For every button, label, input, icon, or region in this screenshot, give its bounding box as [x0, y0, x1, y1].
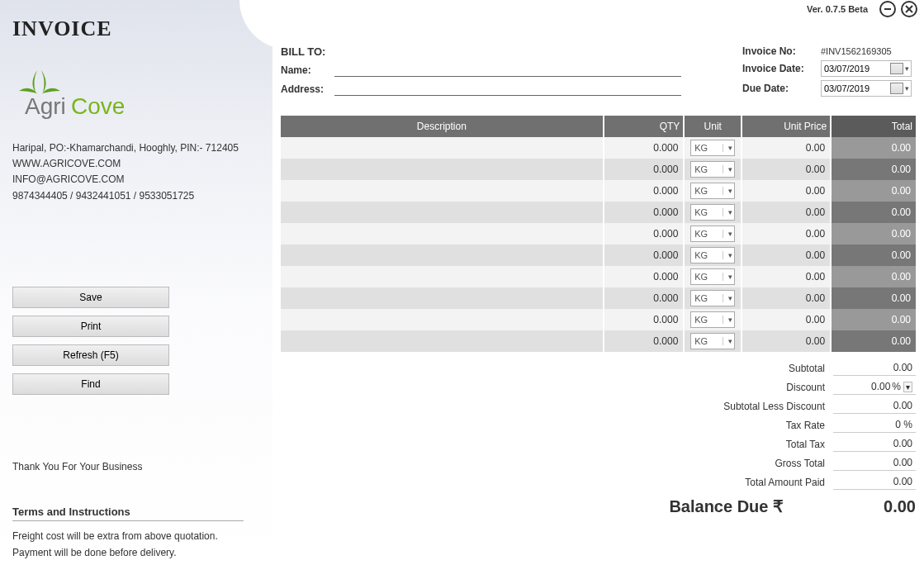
chevron-down-icon[interactable]: ▾	[903, 84, 911, 93]
qty-cell[interactable]: 0.000	[604, 202, 685, 223]
qty-cell[interactable]: 0.000	[604, 180, 685, 202]
paid-value[interactable]: 0.00	[833, 474, 916, 490]
due-date-input[interactable]	[822, 83, 886, 93]
due-date-picker[interactable]: ▾	[821, 80, 912, 97]
find-button[interactable]: Find	[12, 373, 169, 395]
name-input[interactable]	[334, 63, 681, 77]
close-icon[interactable]	[901, 1, 917, 17]
price-cell[interactable]: 0.00	[742, 266, 831, 287]
balance-due-value: 0.00	[833, 497, 916, 516]
unit-select[interactable]: KG▾	[690, 204, 735, 221]
taxrate-value[interactable]: 0 %	[833, 417, 916, 433]
subtotal-value: 0.00	[833, 360, 916, 376]
company-phones: 9874344405 / 9432441051 / 9533051725	[12, 188, 260, 204]
unit-select[interactable]: KG▾	[690, 226, 735, 242]
calendar-icon[interactable]	[890, 63, 903, 74]
unit-select[interactable]: KG▾	[690, 268, 735, 285]
subtotal-less-label: Subtotal Less Discount	[723, 401, 833, 412]
price-cell[interactable]: 0.00	[742, 309, 831, 330]
address-input[interactable]	[334, 82, 681, 96]
qty-cell[interactable]: 0.000	[604, 287, 685, 309]
description-input[interactable]	[286, 142, 598, 154]
description-input[interactable]	[286, 249, 598, 261]
table-row: 0.000KG▾0.000.00	[281, 245, 916, 266]
discount-value[interactable]: 0.00	[871, 381, 890, 392]
unit-select[interactable]: KG▾	[690, 140, 735, 156]
total-cell: 0.00	[831, 287, 916, 309]
qty-cell[interactable]: 0.000	[604, 309, 685, 330]
thank-you-text: Thank You For Your Business	[12, 461, 260, 472]
company-info: Haripal, PO:-Khamarchandi, Hooghly, PIN:…	[12, 140, 260, 204]
description-input[interactable]	[286, 292, 598, 304]
refresh-button[interactable]: Refresh (F5)	[12, 344, 169, 366]
total-cell: 0.00	[831, 309, 916, 330]
description-input[interactable]	[286, 185, 598, 197]
total-cell: 0.00	[831, 202, 916, 223]
taxrate-label: Tax Rate	[786, 420, 833, 431]
col-unit: Unit	[684, 116, 742, 137]
minimize-icon[interactable]	[879, 1, 896, 17]
qty-cell[interactable]: 0.000	[604, 330, 685, 352]
table-row: 0.000KG▾0.000.00	[281, 202, 916, 223]
company-web: WWW.AGRICOVE.COM	[12, 156, 260, 172]
unit-select[interactable]: KG▾	[690, 183, 735, 199]
qty-cell[interactable]: 0.000	[604, 266, 685, 287]
description-input[interactable]	[286, 314, 598, 325]
unit-select[interactable]: KG▾	[690, 247, 735, 264]
chevron-down-icon[interactable]: ▾	[723, 208, 734, 216]
subtotal-label: Subtotal	[789, 363, 833, 374]
price-cell[interactable]: 0.00	[742, 202, 831, 223]
calendar-icon[interactable]	[890, 83, 903, 94]
chevron-down-icon[interactable]: ▾	[723, 251, 734, 259]
chevron-down-icon[interactable]: ▾	[723, 273, 734, 281]
chevron-down-icon[interactable]: ▾	[903, 64, 911, 73]
qty-cell[interactable]: 0.000	[604, 159, 685, 180]
chevron-down-icon[interactable]: ▾	[723, 294, 734, 302]
discount-label: Discount	[786, 382, 833, 393]
chevron-down-icon[interactable]: ▾	[723, 337, 734, 345]
unit-select[interactable]: KG▾	[690, 311, 735, 328]
total-cell: 0.00	[831, 245, 916, 266]
subtotal-less-value: 0.00	[833, 398, 916, 414]
chevron-down-icon[interactable]: ▾	[723, 165, 734, 173]
price-cell[interactable]: 0.00	[742, 137, 831, 159]
print-button[interactable]: Print	[12, 316, 169, 337]
price-cell[interactable]: 0.00	[742, 245, 831, 266]
chevron-down-icon[interactable]: ▾	[723, 230, 734, 238]
price-cell[interactable]: 0.00	[742, 287, 831, 309]
description-input[interactable]	[286, 164, 598, 175]
table-row: 0.000KG▾0.000.00	[281, 223, 916, 245]
description-input[interactable]	[286, 228, 598, 240]
chevron-down-icon[interactable]: ▾	[723, 144, 734, 152]
price-cell[interactable]: 0.00	[742, 159, 831, 180]
price-cell[interactable]: 0.00	[742, 330, 831, 352]
qty-cell[interactable]: 0.000	[604, 137, 685, 159]
unit-select[interactable]: KG▾	[690, 333, 735, 349]
description-input[interactable]	[286, 335, 598, 347]
address-label: Address:	[281, 83, 334, 95]
table-row: 0.000KG▾0.000.00	[281, 137, 916, 159]
total-cell: 0.00	[831, 137, 916, 159]
table-row: 0.000KG▾0.000.00	[281, 330, 916, 352]
unit-select[interactable]: KG▾	[690, 290, 735, 306]
table-row: 0.000KG▾0.000.00	[281, 309, 916, 330]
price-cell[interactable]: 0.00	[742, 223, 831, 245]
chevron-down-icon[interactable]: ▾	[723, 187, 734, 195]
description-input[interactable]	[286, 207, 598, 218]
invoice-no-value: #INV1562169305	[821, 46, 912, 56]
svg-text:Agri: Agri	[25, 93, 66, 119]
invoice-date-picker[interactable]: ▾	[821, 60, 912, 77]
unit-select[interactable]: KG▾	[690, 161, 735, 178]
col-description: Description	[281, 116, 604, 137]
qty-cell[interactable]: 0.000	[604, 223, 685, 245]
terms-heading: Terms and Instructions	[12, 506, 244, 521]
totaltax-label: Total Tax	[786, 439, 833, 450]
save-button[interactable]: Save	[12, 287, 169, 308]
qty-cell[interactable]: 0.000	[604, 245, 685, 266]
description-input[interactable]	[286, 271, 598, 282]
invoice-date-input[interactable]	[822, 64, 886, 74]
paid-label: Total Amount Paid	[745, 477, 833, 488]
discount-unit-select[interactable]: ▾	[903, 382, 912, 392]
chevron-down-icon[interactable]: ▾	[723, 316, 734, 324]
price-cell[interactable]: 0.00	[742, 180, 831, 202]
